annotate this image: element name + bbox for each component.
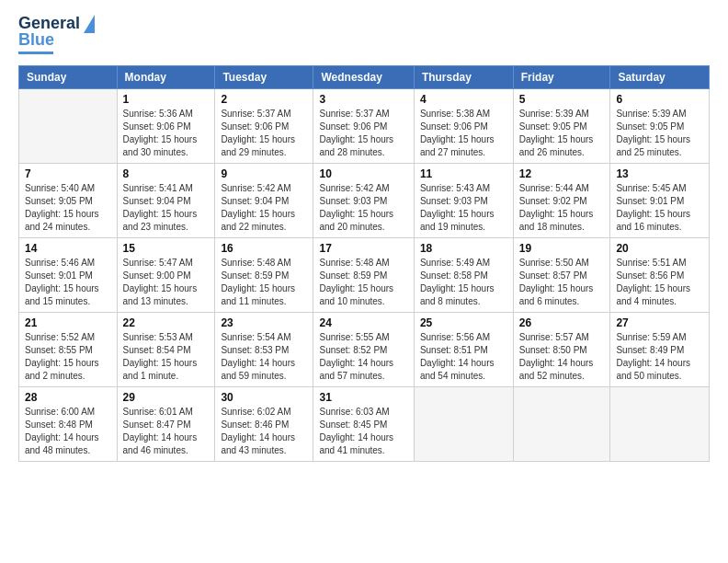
- day-number: 24: [319, 316, 407, 329]
- calendar-cell: 7Sunrise: 5:40 AM Sunset: 9:05 PM Daylig…: [19, 163, 118, 237]
- calendar-cell: 12Sunrise: 5:44 AM Sunset: 9:02 PM Dayli…: [513, 163, 610, 237]
- calendar-cell: 24Sunrise: 5:55 AM Sunset: 8:52 PM Dayli…: [313, 312, 414, 386]
- calendar-cell: 2Sunrise: 5:37 AM Sunset: 9:06 PM Daylig…: [215, 88, 313, 163]
- calendar-cell: [610, 386, 710, 461]
- weekday-header-tuesday: Tuesday: [215, 65, 313, 88]
- day-info: Sunrise: 5:40 AM Sunset: 9:05 PM Dayligh…: [25, 182, 111, 234]
- weekday-header-thursday: Thursday: [414, 65, 513, 88]
- day-info: Sunrise: 5:49 AM Sunset: 8:58 PM Dayligh…: [420, 257, 507, 308]
- day-number: 14: [25, 242, 111, 255]
- day-number: 31: [319, 391, 407, 404]
- logo-triangle-icon: [84, 15, 95, 33]
- day-info: Sunrise: 5:59 AM Sunset: 8:49 PM Dayligh…: [616, 331, 703, 383]
- day-number: 13: [616, 167, 703, 180]
- day-number: 10: [319, 167, 407, 180]
- day-info: Sunrise: 5:39 AM Sunset: 9:05 PM Dayligh…: [616, 108, 703, 159]
- day-info: Sunrise: 5:51 AM Sunset: 8:56 PM Dayligh…: [616, 257, 703, 308]
- day-info: Sunrise: 5:48 AM Sunset: 8:59 PM Dayligh…: [319, 257, 407, 308]
- day-info: Sunrise: 5:43 AM Sunset: 9:03 PM Dayligh…: [420, 182, 507, 234]
- calendar-cell: 9Sunrise: 5:42 AM Sunset: 9:04 PM Daylig…: [215, 163, 313, 237]
- calendar-cell: 23Sunrise: 5:54 AM Sunset: 8:53 PM Dayli…: [215, 312, 313, 386]
- header: General Blue: [18, 15, 710, 54]
- day-info: Sunrise: 5:38 AM Sunset: 9:06 PM Dayligh…: [420, 108, 507, 159]
- day-number: 20: [616, 242, 703, 255]
- day-number: 17: [319, 242, 407, 255]
- day-info: Sunrise: 5:47 AM Sunset: 9:00 PM Dayligh…: [123, 257, 210, 308]
- day-number: 11: [420, 167, 507, 180]
- day-number: 8: [123, 167, 210, 180]
- calendar-cell: 16Sunrise: 5:48 AM Sunset: 8:59 PM Dayli…: [215, 237, 313, 312]
- day-info: Sunrise: 5:36 AM Sunset: 9:06 PM Dayligh…: [123, 108, 210, 159]
- calendar-cell: 19Sunrise: 5:50 AM Sunset: 8:57 PM Dayli…: [513, 237, 610, 312]
- weekday-header-saturday: Saturday: [610, 65, 710, 88]
- week-row-2: 7Sunrise: 5:40 AM Sunset: 9:05 PM Daylig…: [19, 163, 710, 237]
- calendar-cell: 27Sunrise: 5:59 AM Sunset: 8:49 PM Dayli…: [610, 312, 710, 386]
- calendar-cell: 22Sunrise: 5:53 AM Sunset: 8:54 PM Dayli…: [117, 312, 215, 386]
- day-number: 28: [25, 391, 111, 404]
- calendar-cell: 20Sunrise: 5:51 AM Sunset: 8:56 PM Dayli…: [610, 237, 710, 312]
- calendar-cell: [19, 88, 118, 163]
- day-number: 5: [519, 93, 605, 106]
- day-info: Sunrise: 5:56 AM Sunset: 8:51 PM Dayligh…: [420, 331, 507, 383]
- calendar-cell: 8Sunrise: 5:41 AM Sunset: 9:04 PM Daylig…: [117, 163, 215, 237]
- weekday-header-monday: Monday: [117, 65, 215, 88]
- day-number: 18: [420, 242, 507, 255]
- calendar-cell: 10Sunrise: 5:42 AM Sunset: 9:03 PM Dayli…: [313, 163, 414, 237]
- day-info: Sunrise: 5:42 AM Sunset: 9:03 PM Dayligh…: [319, 182, 407, 234]
- day-number: 7: [25, 167, 111, 180]
- day-number: 1: [123, 93, 210, 106]
- weekday-header-wednesday: Wednesday: [313, 65, 414, 88]
- page: General Blue SundayMondayTuesdayWednesda…: [0, 0, 728, 563]
- day-info: Sunrise: 5:44 AM Sunset: 9:02 PM Dayligh…: [519, 182, 605, 234]
- day-number: 12: [519, 167, 605, 180]
- calendar-cell: [513, 386, 610, 461]
- day-info: Sunrise: 5:52 AM Sunset: 8:55 PM Dayligh…: [25, 331, 111, 383]
- calendar-cell: 13Sunrise: 5:45 AM Sunset: 9:01 PM Dayli…: [610, 163, 710, 237]
- day-number: 23: [221, 316, 307, 329]
- day-info: Sunrise: 6:01 AM Sunset: 8:47 PM Dayligh…: [123, 406, 210, 457]
- day-number: 16: [221, 242, 307, 255]
- weekday-header-row: SundayMondayTuesdayWednesdayThursdayFrid…: [19, 65, 710, 88]
- calendar-cell: 6Sunrise: 5:39 AM Sunset: 9:05 PM Daylig…: [610, 88, 710, 163]
- week-row-5: 28Sunrise: 6:00 AM Sunset: 8:48 PM Dayli…: [19, 386, 710, 461]
- calendar-cell: 3Sunrise: 5:37 AM Sunset: 9:06 PM Daylig…: [313, 88, 414, 163]
- day-info: Sunrise: 5:48 AM Sunset: 8:59 PM Dayligh…: [221, 257, 307, 308]
- weekday-header-sunday: Sunday: [19, 65, 118, 88]
- calendar-cell: 26Sunrise: 5:57 AM Sunset: 8:50 PM Dayli…: [513, 312, 610, 386]
- day-number: 22: [123, 316, 210, 329]
- day-number: 9: [221, 167, 307, 180]
- calendar: SundayMondayTuesdayWednesdayThursdayFrid…: [18, 65, 710, 462]
- day-info: Sunrise: 5:54 AM Sunset: 8:53 PM Dayligh…: [221, 331, 307, 383]
- day-info: Sunrise: 5:42 AM Sunset: 9:04 PM Dayligh…: [221, 182, 307, 234]
- calendar-cell: 21Sunrise: 5:52 AM Sunset: 8:55 PM Dayli…: [19, 312, 118, 386]
- day-info: Sunrise: 5:41 AM Sunset: 9:04 PM Dayligh…: [123, 182, 210, 234]
- day-info: Sunrise: 5:37 AM Sunset: 9:06 PM Dayligh…: [319, 108, 407, 159]
- day-info: Sunrise: 6:00 AM Sunset: 8:48 PM Dayligh…: [25, 406, 111, 457]
- day-number: 21: [25, 316, 111, 329]
- calendar-cell: 29Sunrise: 6:01 AM Sunset: 8:47 PM Dayli…: [117, 386, 215, 461]
- logo-text-blue: Blue: [18, 31, 54, 50]
- day-number: 19: [519, 242, 605, 255]
- calendar-cell: 17Sunrise: 5:48 AM Sunset: 8:59 PM Dayli…: [313, 237, 414, 312]
- day-number: 26: [519, 316, 605, 329]
- week-row-4: 21Sunrise: 5:52 AM Sunset: 8:55 PM Dayli…: [19, 312, 710, 386]
- calendar-cell: 15Sunrise: 5:47 AM Sunset: 9:00 PM Dayli…: [117, 237, 215, 312]
- day-number: 6: [616, 93, 703, 106]
- calendar-cell: [414, 386, 513, 461]
- weekday-header-friday: Friday: [513, 65, 610, 88]
- calendar-cell: 1Sunrise: 5:36 AM Sunset: 9:06 PM Daylig…: [117, 88, 215, 163]
- day-number: 4: [420, 93, 507, 106]
- calendar-cell: 31Sunrise: 6:03 AM Sunset: 8:45 PM Dayli…: [313, 386, 414, 461]
- day-info: Sunrise: 5:37 AM Sunset: 9:06 PM Dayligh…: [221, 108, 307, 159]
- day-info: Sunrise: 5:39 AM Sunset: 9:05 PM Dayligh…: [519, 108, 605, 159]
- day-number: 2: [221, 93, 307, 106]
- logo: General Blue: [18, 15, 95, 54]
- calendar-cell: 14Sunrise: 5:46 AM Sunset: 9:01 PM Dayli…: [19, 237, 118, 312]
- day-info: Sunrise: 5:53 AM Sunset: 8:54 PM Dayligh…: [123, 331, 210, 383]
- calendar-cell: 4Sunrise: 5:38 AM Sunset: 9:06 PM Daylig…: [414, 88, 513, 163]
- day-info: Sunrise: 6:03 AM Sunset: 8:45 PM Dayligh…: [319, 406, 407, 457]
- calendar-cell: 11Sunrise: 5:43 AM Sunset: 9:03 PM Dayli…: [414, 163, 513, 237]
- day-info: Sunrise: 5:50 AM Sunset: 8:57 PM Dayligh…: [519, 257, 605, 308]
- day-number: 29: [123, 391, 210, 404]
- day-number: 30: [221, 391, 307, 404]
